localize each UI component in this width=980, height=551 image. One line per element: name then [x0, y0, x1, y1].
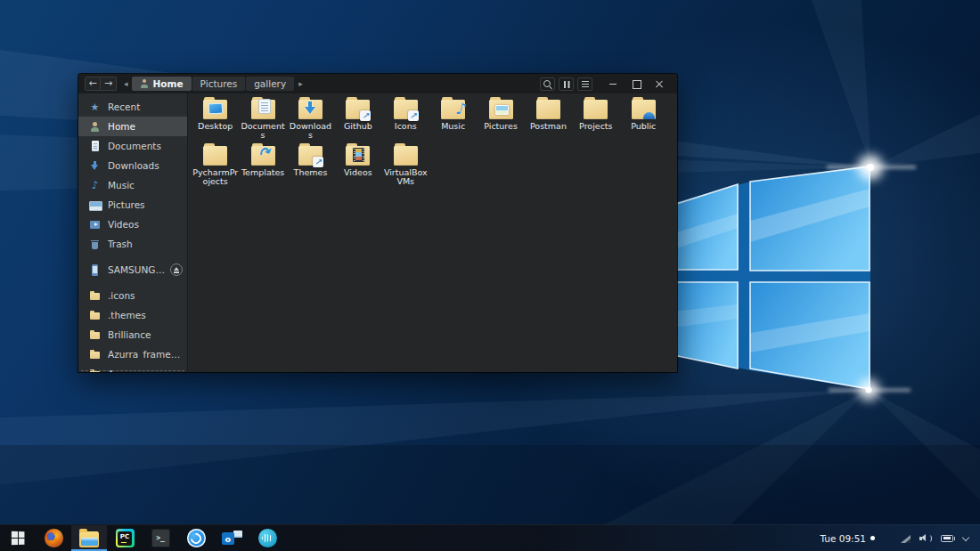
folder-item-github[interactable]: Github: [334, 100, 381, 141]
sidebar-item-label: Videos: [108, 219, 183, 230]
file-view[interactable]: Desktop Documents Downloads Github Icons…: [188, 93, 677, 372]
windows-logo-icon: [11, 531, 24, 546]
close-button[interactable]: [648, 76, 671, 92]
sidebar-item-icon: [89, 101, 101, 113]
path-tab-icon: [140, 79, 149, 88]
folder-name: Documents: [240, 122, 286, 141]
folder-name: Github: [344, 122, 372, 131]
path-tab-pictures[interactable]: Pictures: [192, 77, 246, 91]
sidebar-item-samsung-andr[interactable]: SAMSUNG Andr…: [78, 260, 187, 280]
folder-name: Templates: [241, 168, 284, 177]
sidebar-item-brilliance[interactable]: Brilliance: [78, 325, 187, 344]
path-tab-label: gallery: [254, 78, 286, 89]
folder-emblem-icon: [353, 148, 364, 162]
taskbar-app-pycharm[interactable]: PC: [107, 525, 143, 551]
view-toggle-button[interactable]: [559, 77, 574, 91]
app-icon: [79, 531, 99, 547]
app-icon: >_: [151, 529, 170, 547]
search-button[interactable]: [540, 77, 555, 91]
sidebar-item-icon: [89, 239, 101, 250]
folder-name: Pictures: [484, 122, 518, 131]
folder-item-videos[interactable]: Videos: [334, 146, 381, 187]
sidebar-item-pictures[interactable]: Pictures: [78, 195, 187, 215]
folder-name: Projects: [579, 122, 612, 131]
taskbar-app-gauge-app[interactable]: [178, 525, 214, 551]
folder-item-postman[interactable]: Postman: [525, 100, 572, 141]
back-button[interactable]: ←: [85, 77, 101, 91]
path-scroll-left[interactable]: ◂: [120, 79, 132, 88]
folder-name: Downloads: [287, 122, 333, 141]
network-icon[interactable]: [900, 534, 911, 543]
folder-item-templates[interactable]: Templates: [239, 146, 286, 187]
volume-icon[interactable]: [919, 533, 933, 543]
minimize-button[interactable]: [601, 76, 625, 92]
titlebar: ← → ◂ Home Pictures gallery ▸: [78, 74, 677, 93]
sidebar-item-icon: [89, 180, 101, 191]
sidebar-item-azurra[interactable]: Azurra: [78, 364, 187, 372]
sidebar-item-label: Brilliance: [108, 329, 183, 340]
folder-icon: [489, 100, 513, 119]
folder-item-desktop[interactable]: Desktop: [192, 100, 239, 141]
app-icon-glyph: o: [225, 534, 232, 544]
folder-item-virtualbox-vms[interactable]: VirtualBox VMs: [382, 146, 429, 187]
folder-icon: [584, 100, 608, 119]
app-icon-glyph: PC: [120, 533, 129, 540]
taskbar-app-file-manager[interactable]: [71, 525, 107, 551]
window-body: Recent Home Documents Downloads Music Pi…: [78, 93, 677, 372]
folder-name: Themes: [294, 168, 328, 177]
sidebar-item-trash[interactable]: Trash: [78, 234, 187, 254]
sidebar-item-label: Recent: [108, 101, 183, 112]
folder-item-downloads[interactable]: Downloads: [287, 100, 334, 141]
app-icon: [258, 529, 277, 547]
folder-item-pictures[interactable]: Pictures: [477, 100, 524, 141]
sidebar-item-icon: [89, 349, 101, 361]
folder-icon: [346, 100, 370, 119]
folder-item-public[interactable]: Public: [620, 100, 667, 141]
sidebar-item-music[interactable]: Music: [78, 175, 187, 195]
path-tab-label: Pictures: [200, 78, 238, 89]
battery-icon[interactable]: [941, 535, 953, 542]
sidebar-item-recent[interactable]: Recent: [78, 97, 187, 117]
sidebar-item-icon: [89, 121, 101, 133]
back-icon: ←: [88, 77, 96, 89]
forward-button[interactable]: →: [101, 77, 117, 91]
sidebar-item-label: .themes: [108, 310, 183, 320]
start-button[interactable]: [0, 525, 36, 551]
folder-icon: [298, 100, 323, 119]
sidebar-item-themes[interactable]: .themes: [78, 305, 187, 325]
files-grid: Desktop Documents Downloads Github Icons…: [188, 93, 677, 192]
sidebar-item-icons[interactable]: .icons: [78, 286, 187, 305]
taskbar-app-terminal[interactable]: >_: [143, 525, 178, 551]
path-tab-gallery[interactable]: gallery: [246, 77, 294, 91]
sidebar-item-label: SAMSUNG Andr…: [108, 264, 167, 275]
folder-item-documents[interactable]: Documents: [239, 100, 286, 141]
folder-emblem-icon: [257, 144, 273, 162]
taskbar-app-audio-app[interactable]: [249, 525, 285, 551]
folder-item-icons[interactable]: Icons: [382, 100, 429, 141]
path-tab-home[interactable]: Home: [132, 77, 192, 91]
sidebar-item-documents[interactable]: Documents: [78, 136, 187, 156]
app-icon: [45, 529, 63, 547]
sidebar-item-home[interactable]: Home: [78, 117, 187, 136]
menu-button[interactable]: [577, 77, 592, 91]
taskbar-app-outlook[interactable]: o: [214, 525, 249, 551]
app-icon: PC: [116, 529, 135, 547]
clock[interactable]: Tue 09:51: [820, 533, 866, 544]
folder-item-music[interactable]: Music: [429, 100, 477, 141]
sidebar-item-videos[interactable]: Videos: [78, 215, 187, 234]
folder-item-themes[interactable]: Themes: [287, 146, 334, 187]
sidebar-item-azurra-framework[interactable]: Azurra_framework: [78, 344, 187, 364]
folder-name: VirtualBox VMs: [382, 168, 429, 187]
folder-emblem-icon: [259, 100, 270, 113]
taskbar-app-firefox[interactable]: [36, 525, 71, 551]
sidebar-item-icon: [89, 310, 101, 321]
sidebar-item-downloads[interactable]: Downloads: [78, 156, 187, 175]
eject-icon[interactable]: [170, 263, 183, 276]
maximize-button[interactable]: [625, 76, 648, 92]
folder-emblem-icon: [305, 101, 316, 115]
folder-item-pycharmprojects[interactable]: PycharmProjects: [192, 146, 239, 187]
notification-dot-icon[interactable]: [870, 536, 875, 540]
path-scroll-right[interactable]: ▸: [295, 79, 306, 88]
tray-chevron-icon[interactable]: [961, 534, 969, 542]
folder-item-projects[interactable]: Projects: [572, 100, 619, 141]
